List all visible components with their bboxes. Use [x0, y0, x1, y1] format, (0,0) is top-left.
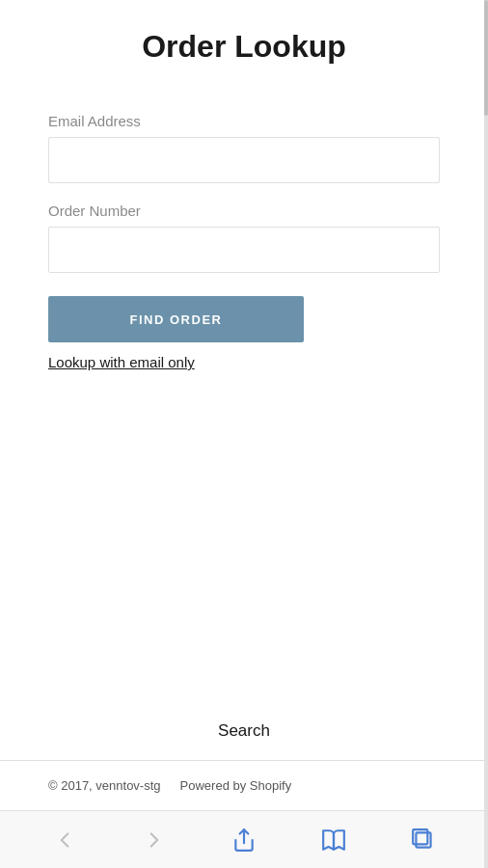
share-button[interactable]: [223, 819, 265, 861]
forward-button[interactable]: [133, 819, 176, 861]
order-number-label: Order Number: [48, 203, 440, 219]
bottom-toolbar: [0, 810, 488, 868]
search-label: Search: [218, 721, 270, 740]
footer: © 2017, venntov-stg Powered by Shopify: [0, 760, 488, 810]
bookmarks-button[interactable]: [312, 819, 355, 861]
find-order-button[interactable]: FIND ORDER: [48, 296, 304, 342]
order-lookup-form: Email Address Order Number FIND ORDER Lo…: [48, 113, 440, 370]
scrollbar-thumb[interactable]: [484, 0, 488, 116]
page-title: Order Lookup: [48, 29, 440, 65]
search-section: Search: [48, 721, 440, 760]
footer-copyright: © 2017, venntov-stg: [48, 778, 161, 793]
back-button[interactable]: [43, 819, 86, 861]
order-number-input[interactable]: [48, 227, 440, 273]
email-input[interactable]: [48, 137, 440, 183]
footer-powered-by: Powered by Shopify: [180, 778, 292, 793]
email-label: Email Address: [48, 113, 440, 129]
tabs-button[interactable]: [402, 819, 445, 861]
lookup-email-only-link[interactable]: Lookup with email only: [48, 354, 440, 370]
scrollbar[interactable]: [484, 0, 488, 868]
